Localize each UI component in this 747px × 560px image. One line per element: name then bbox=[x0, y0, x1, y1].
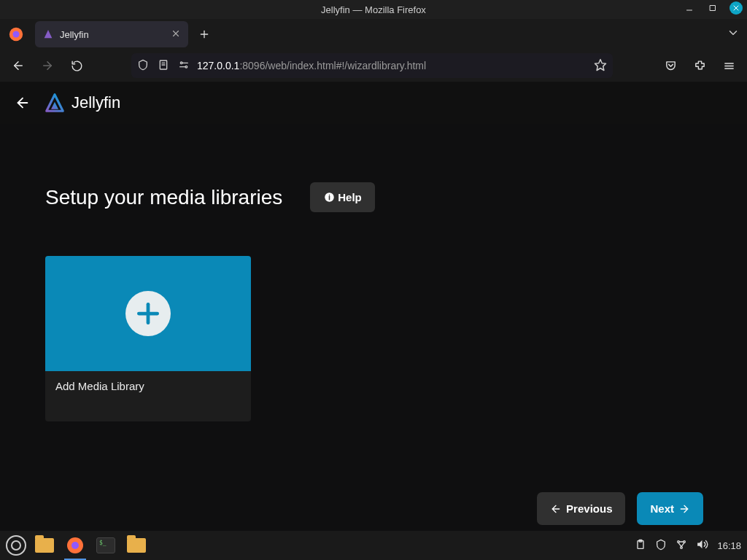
jellyfin-back-button[interactable] bbox=[12, 92, 34, 114]
svg-line-39 bbox=[681, 542, 684, 546]
tab-label: Jellyfin bbox=[60, 29, 89, 40]
permissions-icon[interactable] bbox=[178, 59, 190, 73]
previous-button[interactable]: Previous bbox=[537, 492, 625, 525]
url-text: 127.0.0.1:8096/web/index.html#!/wizardli… bbox=[197, 60, 587, 71]
next-label: Next bbox=[650, 502, 674, 515]
tray-clipboard-icon[interactable] bbox=[635, 539, 646, 553]
jellyfin-header: Jellyfin bbox=[0, 82, 747, 124]
next-button[interactable]: Next bbox=[637, 492, 703, 525]
svg-point-5 bbox=[12, 31, 19, 37]
url-bar[interactable]: 127.0.0.1:8096/web/index.html#!/wizardli… bbox=[131, 53, 613, 78]
firefox-icon bbox=[6, 24, 26, 44]
app-menu-icon[interactable] bbox=[718, 55, 740, 77]
previous-label: Previous bbox=[566, 502, 612, 515]
reload-button[interactable] bbox=[66, 55, 88, 77]
page-title: Setup your media libraries bbox=[45, 186, 282, 209]
jellyfin-favicon-icon bbox=[42, 28, 54, 40]
shield-icon[interactable] bbox=[137, 59, 149, 73]
maximize-button[interactable] bbox=[706, 1, 719, 15]
wizard-content: Setup your media libraries Help Add Medi… bbox=[0, 124, 747, 531]
window-titlebar: Jellyfin — Mozilla Firefox bbox=[0, 0, 747, 19]
svg-marker-41 bbox=[698, 540, 703, 548]
start-menu-icon[interactable] bbox=[6, 535, 26, 556]
tray-network-icon[interactable] bbox=[676, 539, 687, 553]
add-library-card[interactable]: Add Media Library bbox=[45, 256, 251, 421]
tab-close-icon[interactable] bbox=[171, 28, 181, 41]
jellyfin-logo: Jellyfin bbox=[44, 92, 120, 114]
svg-point-26 bbox=[329, 195, 330, 196]
svg-line-38 bbox=[678, 542, 681, 546]
info-icon bbox=[323, 192, 335, 203]
svg-marker-19 bbox=[595, 59, 606, 70]
nav-back-button[interactable] bbox=[7, 55, 29, 77]
browser-tabstrip: Jellyfin bbox=[0, 19, 747, 50]
browser-tab[interactable]: Jellyfin bbox=[35, 21, 188, 47]
taskbar-firefox[interactable] bbox=[63, 534, 88, 556]
bookmark-star-icon[interactable] bbox=[594, 58, 607, 74]
new-tab-button[interactable] bbox=[194, 24, 214, 44]
svg-point-32 bbox=[71, 542, 79, 549]
plus-circle-icon bbox=[125, 291, 171, 336]
add-library-label: Add Media Library bbox=[45, 371, 251, 421]
tabs-dropdown-icon[interactable] bbox=[727, 26, 740, 42]
help-label: Help bbox=[338, 191, 362, 203]
taskbar-files[interactable] bbox=[32, 534, 57, 556]
taskbar: $_ 16:18 bbox=[0, 531, 747, 560]
pocket-icon[interactable] bbox=[659, 55, 681, 77]
jellyfin-logo-icon bbox=[44, 92, 66, 114]
svg-rect-1 bbox=[711, 6, 716, 11]
tray-volume-icon[interactable] bbox=[696, 538, 708, 553]
nav-forward-button[interactable] bbox=[36, 55, 58, 77]
taskbar-folder[interactable] bbox=[124, 534, 149, 556]
add-library-card-top bbox=[45, 256, 251, 371]
jellyfin-brand-text: Jellyfin bbox=[71, 93, 120, 112]
help-button[interactable]: Help bbox=[310, 182, 375, 212]
minimize-button[interactable] bbox=[683, 1, 696, 15]
tray-shield-icon[interactable] bbox=[655, 539, 667, 553]
browser-toolbar: 127.0.0.1:8096/web/index.html#!/wizardli… bbox=[0, 50, 747, 82]
page-info-icon[interactable] bbox=[158, 59, 169, 73]
taskbar-terminal[interactable]: $_ bbox=[93, 534, 118, 556]
extensions-icon[interactable] bbox=[689, 55, 711, 77]
window-title: Jellyfin — Mozilla Firefox bbox=[321, 4, 426, 15]
close-button[interactable] bbox=[729, 1, 743, 15]
clock[interactable]: 16:18 bbox=[717, 540, 741, 551]
